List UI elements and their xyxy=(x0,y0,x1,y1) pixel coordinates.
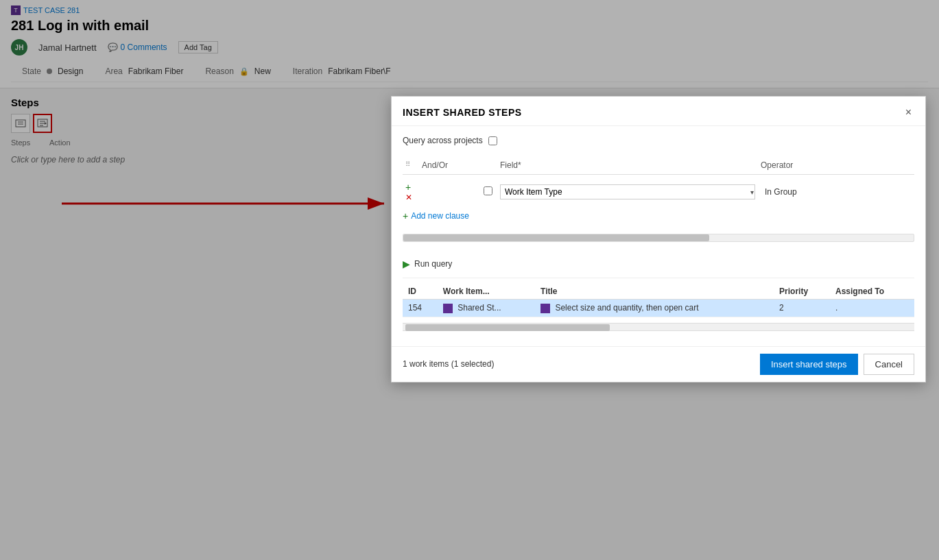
col-work-item-header: Work Item... xyxy=(438,284,535,300)
col-assigned-header: Assigned To xyxy=(830,284,914,300)
drag-col-header: ⠿ xyxy=(403,159,419,171)
result-priority: 2 xyxy=(774,300,830,317)
plus-icon: + xyxy=(405,182,411,193)
dialog-footer: 1 work items (1 selected) Insert shared … xyxy=(392,346,925,382)
footer-buttons: Insert shared steps Cancel xyxy=(760,354,914,375)
add-clause-button[interactable]: + Add new clause xyxy=(403,206,469,226)
result-work-item-type: Shared St... xyxy=(438,300,535,317)
and-or-cell xyxy=(419,191,481,193)
run-query-button[interactable]: ▶ Run query xyxy=(403,256,452,272)
operator-cell: In Group xyxy=(758,186,881,198)
query-across-checkbox[interactable] xyxy=(488,136,497,145)
dialog-body: Query across projects ⠿ And/Or Field* Op… xyxy=(392,126,925,346)
col-id-header: ID xyxy=(403,284,438,300)
results-scrollbar[interactable] xyxy=(403,323,914,331)
insert-shared-steps-button[interactable]: Insert shared steps xyxy=(760,354,858,375)
row-checkbox-cell xyxy=(481,185,497,199)
results-header: ID Work Item... Title Priority Assigned … xyxy=(403,284,914,300)
operator-value: In Group xyxy=(761,185,801,199)
query-row: + ✕ Work Item Type In Group xyxy=(403,178,914,206)
play-icon: ▶ xyxy=(403,258,410,269)
add-clause-plus-icon: + xyxy=(403,210,408,221)
results-body: 154 Shared St... Select size and quantit… xyxy=(403,300,914,317)
result-id: 154 xyxy=(403,300,438,317)
dialog-title: INSERT SHARED STEPS xyxy=(403,107,522,118)
row-checkbox[interactable] xyxy=(484,186,492,195)
operator-header: Operator xyxy=(758,159,881,171)
checkbox-col-header xyxy=(481,159,497,171)
field-header: Field* xyxy=(497,159,758,171)
horizontal-scrollbar[interactable] xyxy=(403,234,914,242)
results-scroll-thumb xyxy=(405,324,610,331)
and-or-header: And/Or xyxy=(419,159,481,171)
field-cell: Work Item Type xyxy=(497,183,758,201)
table-row[interactable]: 154 Shared St... Select size and quantit… xyxy=(403,300,914,317)
insert-shared-steps-dialog: INSERT SHARED STEPS × Query across proje… xyxy=(391,96,926,382)
col-priority-header: Priority xyxy=(774,284,830,300)
query-across-label: Query across projects xyxy=(403,136,483,145)
scrollbar-thumb xyxy=(403,234,709,241)
work-item-type-icon xyxy=(443,304,453,313)
results-header-row: ID Work Item... Title Priority Assigned … xyxy=(403,284,914,300)
query-across-row: Query across projects xyxy=(403,136,914,145)
col-title-header: Title xyxy=(535,284,774,300)
query-grid-header: ⠿ And/Or Field* Operator xyxy=(403,156,914,175)
row-plus: + ✕ xyxy=(403,180,419,204)
title-icon xyxy=(540,304,550,313)
results-table: ID Work Item... Title Priority Assigned … xyxy=(403,284,914,317)
dialog-close-button[interactable]: × xyxy=(903,106,914,119)
work-items-count: 1 work items (1 selected) xyxy=(403,359,494,369)
result-assigned: . xyxy=(830,300,914,317)
run-query-section: ▶ Run query xyxy=(403,250,914,278)
dialog-header: INSERT SHARED STEPS × xyxy=(392,97,925,126)
field-select[interactable]: Work Item Type xyxy=(500,184,755,199)
result-title: Select size and quantity, then open cart xyxy=(535,300,774,317)
x-icon[interactable]: ✕ xyxy=(405,193,412,202)
cancel-button[interactable]: Cancel xyxy=(864,354,914,375)
